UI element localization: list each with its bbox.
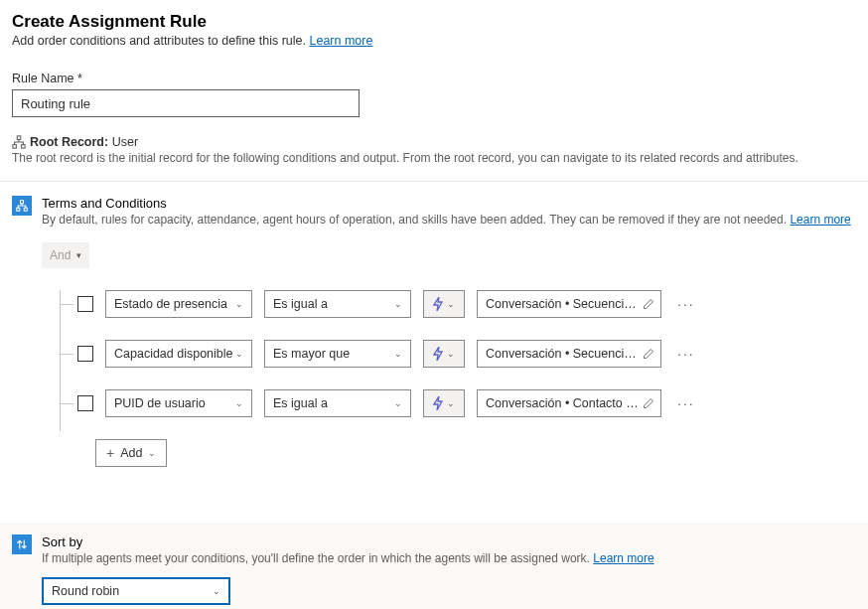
sort-title: Sort by <box>42 534 868 549</box>
row-checkbox[interactable] <box>77 346 93 362</box>
attribute-value: Capacidad disponible <box>114 347 233 361</box>
edit-icon[interactable] <box>643 397 654 409</box>
root-record-label: Root Record: User <box>30 135 138 149</box>
terms-learn-more-link[interactable]: Learn more <box>790 213 850 227</box>
sort-section: Sort by If multiple agents meet your con… <box>12 534 868 565</box>
attribute-dropdown[interactable]: Capacidad disponible ⌄ <box>105 340 252 368</box>
page-subtitle-text: Add order conditions and attributes to d… <box>12 34 306 48</box>
page-title: Create Assignment Rule <box>12 12 868 32</box>
root-record-label-bold: Root Record: <box>30 135 108 149</box>
dynamic-value-button[interactable]: ⌄ <box>423 389 465 417</box>
dynamic-value-button[interactable]: ⌄ <box>423 340 465 368</box>
chevron-down-icon: ⌄ <box>235 349 243 359</box>
chevron-down-icon: ⌄ <box>447 349 455 359</box>
value-box[interactable]: Conversación • Secuencia de tra... <box>477 340 661 368</box>
dynamic-value-button[interactable]: ⌄ <box>423 290 465 318</box>
page-subtitle: Add order conditions and attributes to d… <box>12 34 868 48</box>
value-box[interactable]: Conversación • Contacto • Usuari... <box>477 389 661 417</box>
operator-value: Es mayor que <box>273 347 350 361</box>
sort-section-icon <box>12 534 32 554</box>
sort-value: Round robin <box>52 584 119 598</box>
lightning-icon <box>433 347 443 361</box>
sort-subtitle: If multiple agents meet your conditions,… <box>42 551 868 565</box>
rule-name-label: Rule Name * <box>12 72 868 85</box>
add-button-label: Add <box>120 446 142 460</box>
value-text: Conversación • Secuencia de tra... <box>486 297 640 311</box>
terms-subtitle: By default, rules for capacity, attendan… <box>42 213 868 227</box>
chevron-down-icon: ⌄ <box>447 299 455 309</box>
root-record-row: Root Record: User <box>12 135 868 149</box>
lightning-icon <box>433 396 443 410</box>
operator-value: Es igual a <box>273 297 328 311</box>
chevron-down-icon: ⌄ <box>394 398 402 408</box>
value-text: Conversación • Secuencia de tra... <box>486 347 640 361</box>
condition-row: Capacidad disponible ⌄ Es mayor que ⌄ ⌄ <box>52 340 868 368</box>
terms-subtitle-text: By default, rules for capacity, attendan… <box>42 213 787 227</box>
attribute-dropdown[interactable]: PUID de usuario ⌄ <box>105 389 252 417</box>
svg-rect-5 <box>24 208 27 211</box>
value-text: Conversación • Contacto • Usuari... <box>486 396 640 410</box>
terms-title: Terms and Conditions <box>42 196 868 211</box>
operator-dropdown[interactable]: Es igual a ⌄ <box>264 389 411 417</box>
condition-row: Estado de presencia ⌄ Es igual a ⌄ ⌄ <box>52 290 868 318</box>
edit-icon[interactable] <box>643 348 654 360</box>
lightning-icon <box>433 297 443 311</box>
chevron-down-icon: ▾ <box>76 250 81 260</box>
condition-row: PUID de usuario ⌄ Es igual a ⌄ ⌄ <box>52 389 868 417</box>
value-box[interactable]: Conversación • Secuencia de tra... <box>477 290 661 318</box>
row-checkbox[interactable] <box>77 395 93 411</box>
chevron-down-icon: ⌄ <box>213 586 220 596</box>
chevron-down-icon: ⌄ <box>235 299 243 309</box>
edit-icon[interactable] <box>643 298 654 310</box>
chevron-down-icon: ⌄ <box>394 349 402 359</box>
operator-dropdown[interactable]: Es igual a ⌄ <box>264 290 411 318</box>
row-more-button[interactable]: ··· <box>673 296 699 312</box>
divider <box>0 181 868 182</box>
row-more-button[interactable]: ··· <box>673 395 699 411</box>
root-record-value: User <box>112 135 138 149</box>
svg-rect-4 <box>17 208 20 211</box>
row-checkbox[interactable] <box>77 296 93 312</box>
plus-icon: + <box>106 445 114 461</box>
sort-subtitle-text: If multiple agents meet your conditions,… <box>42 551 590 565</box>
chevron-down-icon: ⌄ <box>148 448 156 458</box>
hierarchy-icon <box>12 135 26 149</box>
svg-rect-1 <box>13 145 17 149</box>
row-more-button[interactable]: ··· <box>673 346 699 362</box>
sort-dropdown[interactable]: Round robin ⌄ <box>42 577 230 605</box>
chevron-down-icon: ⌄ <box>235 398 243 408</box>
header-learn-more-link[interactable]: Learn more <box>310 34 373 48</box>
chevron-down-icon: ⌄ <box>394 299 402 309</box>
chevron-down-icon: ⌄ <box>447 398 455 408</box>
operator-dropdown[interactable]: Es mayor que ⌄ <box>264 340 411 368</box>
add-condition-button[interactable]: + Add ⌄ <box>95 439 167 467</box>
sort-learn-more-link[interactable]: Learn more <box>593 551 653 565</box>
attribute-value: Estado de presencia <box>114 297 227 311</box>
group-operator-label: And <box>50 248 71 262</box>
terms-section-icon <box>12 196 32 216</box>
root-record-description: The root record is the initial record fo… <box>12 151 868 165</box>
svg-rect-2 <box>22 145 26 149</box>
hierarchy-icon <box>16 200 28 212</box>
conditions-list: Estado de presencia ⌄ Es igual a ⌄ ⌄ <box>52 290 868 467</box>
attribute-dropdown[interactable]: Estado de presencia ⌄ <box>105 290 252 318</box>
svg-rect-3 <box>21 201 24 204</box>
sort-icon <box>16 538 28 550</box>
group-operator-pill[interactable]: And ▾ <box>42 242 89 268</box>
rule-name-input[interactable] <box>12 89 360 117</box>
terms-section: Terms and Conditions By default, rules f… <box>12 196 868 467</box>
attribute-value: PUID de usuario <box>114 396 206 410</box>
svg-rect-0 <box>17 136 21 140</box>
operator-value: Es igual a <box>273 396 328 410</box>
